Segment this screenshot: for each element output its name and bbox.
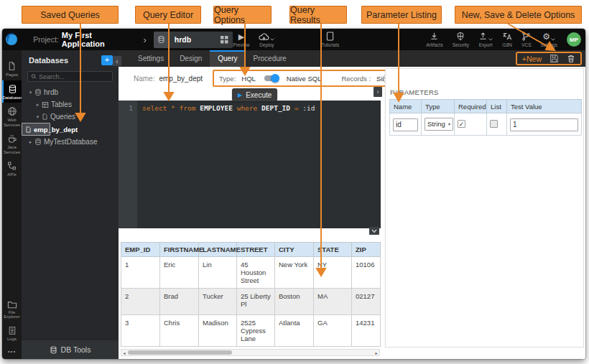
horizontal-scrollbar[interactable]: ◂ ▸ — [121, 349, 380, 356]
name-label: Name: — [134, 75, 154, 83]
required-checkbox[interactable]: ✓ — [458, 120, 465, 128]
databases-icon — [8, 84, 17, 94]
sidebar-item-file-explorer[interactable]: File Explorer — [2, 297, 22, 322]
security-button[interactable]: Security — [453, 32, 469, 47]
callout-parameter-listing: Parameter Listing — [361, 6, 442, 24]
gear-icon: ⚙ — [542, 32, 555, 41]
settings-button[interactable]: ⚙ Settings — [541, 32, 558, 47]
tab-bar: Settings Design Query Procedure +New — [119, 50, 585, 67]
save-icon[interactable] — [549, 54, 559, 63]
tree-item-emp-by-dept[interactable]: emp_by_dept — [22, 123, 50, 136]
sidebar-item-logs[interactable]: Logs — [2, 322, 22, 345]
callout-query-results: Query Results — [289, 6, 347, 24]
tab-settings[interactable]: Settings — [130, 50, 172, 67]
table-cell: New York — [275, 257, 314, 289]
param-test-value-input[interactable] — [510, 118, 578, 131]
table-row[interactable]: 3ChrisMadison2525 Cypress LaneAtlantaGA1… — [121, 315, 381, 347]
page-icon — [7, 61, 17, 71]
params-col-header: Test Value — [507, 100, 582, 113]
results-col-header: STATE — [314, 243, 352, 257]
sidebar-item-databases[interactable]: Databases — [2, 80, 22, 103]
search-icon — [31, 73, 37, 80]
scroll-right-icon[interactable]: ▸ — [374, 350, 379, 355]
tree-item-queries[interactable]: ▾ Queries — [22, 111, 119, 123]
editor-gutter: 1 — [119, 101, 137, 228]
screenshot-page: Saved Queries Query Editor Query Options… — [0, 0, 589, 364]
user-avatar[interactable]: MP — [567, 32, 581, 47]
callout-query-options: Query Options — [213, 6, 272, 24]
db-tools-button[interactable]: DB Tools — [22, 340, 119, 359]
sidebar-item-pages[interactable]: Pages — [2, 57, 22, 80]
table-cell: Brad — [160, 289, 199, 315]
add-database-button[interactable]: + — [101, 55, 113, 65]
params-col-header: Name — [390, 100, 422, 113]
sql-editor[interactable]: 1 select * from EMPLOYEE where DEPT_ID =… — [119, 101, 381, 228]
caret-right-icon[interactable]: ▸ — [27, 139, 34, 145]
database-selector[interactable]: hrdb — [154, 32, 233, 48]
preview-button[interactable]: ▶ Preview — [233, 32, 249, 47]
database-icon — [154, 32, 170, 48]
table-icon — [42, 101, 49, 108]
deploy-button[interactable]: Deploy — [259, 32, 274, 47]
collapse-panel-button[interactable]: ‹ — [113, 56, 121, 66]
vcs-button[interactable]: VCS — [521, 32, 531, 47]
records-label: Records : — [341, 75, 371, 83]
table-cell: 45 Houston Street — [237, 257, 275, 289]
export-button[interactable]: Export — [478, 32, 493, 47]
param-name-input[interactable] — [393, 118, 418, 131]
tree-item-hrdb[interactable]: ▾ hrdb — [22, 86, 119, 98]
table-row[interactable]: 1EricLin45 Houston StreetNew YorkNY10106 — [121, 257, 381, 289]
tutorials-button[interactable]: Tutorials — [321, 32, 339, 47]
param-type-select[interactable]: String ▾ — [425, 118, 453, 131]
execute-button[interactable]: ▶ Execute — [232, 88, 277, 101]
artifacts-button[interactable]: Artifacts — [426, 32, 442, 47]
table-row[interactable]: 2BradTucker25 Liberty PlBostonMA02127 — [121, 289, 381, 315]
more-options-icon[interactable]: ••• — [2, 344, 22, 359]
expand-panel-button[interactable]: › — [374, 87, 382, 97]
grid-view-icon[interactable] — [221, 36, 228, 44]
i18n-button[interactable]: I18N — [502, 32, 512, 47]
collapse-editor-button[interactable] — [369, 227, 379, 235]
search-input[interactable] — [39, 73, 109, 80]
table-cell: GA — [314, 315, 352, 347]
databases-panel: Databases + ▾ — [22, 50, 119, 359]
translate-icon — [502, 32, 512, 41]
callout-query-editor: Query Editor — [135, 6, 201, 24]
caret-down-icon[interactable]: ▾ — [27, 90, 34, 95]
callout-new-save-delete: New, Save & Delete Options — [455, 6, 582, 24]
table-cell: 2525 Cypress Lane — [237, 315, 275, 347]
table-cell: NY — [314, 257, 352, 289]
table-cell: Atlanta — [275, 315, 314, 347]
sidebar-item-apis[interactable]: APIs — [2, 157, 22, 180]
tree-item-mytestdatabase[interactable]: ▸ MyTestDatabase — [22, 136, 119, 148]
selected-database-name: hrdb — [175, 35, 221, 44]
top-toolbar: ▶ Preview Deploy — [233, 32, 585, 47]
shield-icon — [456, 32, 465, 41]
scrollbar-thumb[interactable] — [128, 350, 232, 355]
results-col-header: ZIP — [352, 243, 381, 257]
params-table: NameTypeRequiredListTest Value String ▾ — [389, 99, 582, 136]
type-option-hql[interactable]: HQL — [241, 75, 256, 83]
tab-procedure[interactable]: Procedure — [246, 50, 294, 67]
code-line[interactable]: select * from EMPLOYEE where DEPT_ID = :… — [137, 101, 381, 228]
sidebar-item-java-services[interactable]: Java Services — [2, 130, 22, 157]
scroll-left-icon[interactable]: ◂ — [121, 350, 127, 355]
download-icon — [430, 32, 439, 41]
results-col-header: FIRSTNAME — [160, 243, 199, 257]
tab-design[interactable]: Design — [172, 50, 210, 67]
type-option-native-sql[interactable]: Native SQL — [287, 75, 322, 83]
list-checkbox[interactable] — [490, 120, 498, 128]
sidebar-item-web-services[interactable]: Web Services — [2, 103, 22, 130]
delete-icon[interactable] — [567, 54, 575, 63]
tree-item-tables[interactable]: ▸ Tables — [22, 98, 119, 111]
folder-icon — [7, 300, 17, 309]
database-icon — [34, 138, 42, 146]
type-toggle[interactable] — [264, 75, 278, 81]
caret-down-icon[interactable]: ▾ — [34, 114, 41, 120]
tab-query[interactable]: Query — [210, 50, 245, 67]
query-name-value[interactable]: emp_by_dept — [159, 75, 203, 83]
new-query-button[interactable]: +New — [522, 55, 542, 63]
parameters-title: PARAMETERS — [390, 88, 583, 96]
wavemaker-logo[interactable] — [2, 33, 21, 46]
caret-right-icon[interactable]: ▸ — [34, 102, 41, 108]
